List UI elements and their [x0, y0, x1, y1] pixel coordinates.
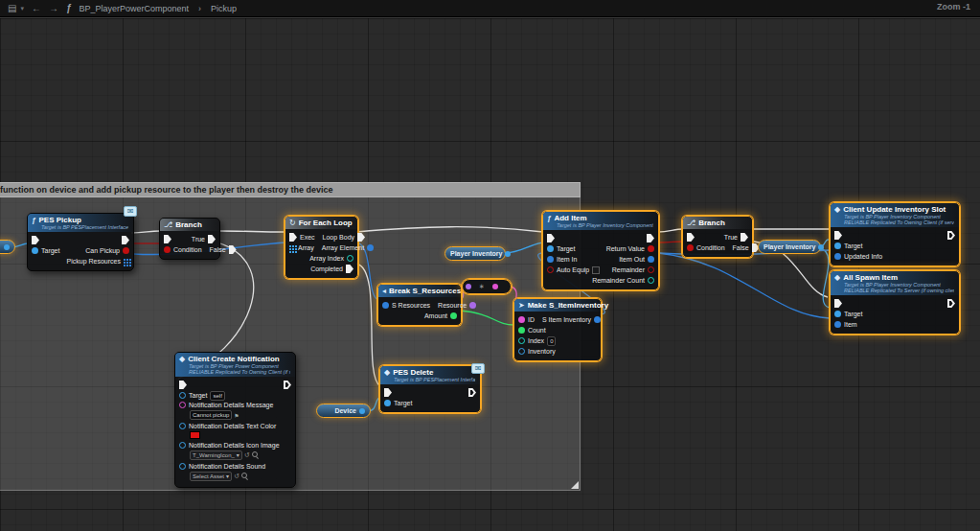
node-header: ƒ PES Pickup Target is BP PESPlacement I…: [28, 214, 133, 232]
sound-dropdown[interactable]: Select Asset ▾: [190, 472, 232, 481]
sound-pin[interactable]: [179, 463, 186, 470]
s-resources-pin[interactable]: [382, 302, 389, 309]
message-value-field[interactable]: Cannot pickup: [190, 410, 232, 420]
convert-in-pin[interactable]: [466, 284, 471, 289]
back-button[interactable]: ←: [32, 1, 41, 16]
target-pin[interactable]: [834, 242, 841, 249]
node-subtitle: Target is BP PESPlacement Interface: [32, 224, 128, 230]
auto-equip-checkbox[interactable]: [592, 266, 600, 274]
exec-in-pin[interactable]: [32, 236, 39, 244]
convert-out-pin[interactable]: [492, 284, 498, 289]
auto-equip-pin[interactable]: [547, 266, 554, 273]
condition-pin[interactable]: [687, 244, 694, 251]
exec-out-pin[interactable]: [947, 231, 955, 240]
pin-label: Remainder: [612, 266, 645, 273]
icon-image-pin[interactable]: [179, 442, 186, 449]
exec-in-pin[interactable]: [834, 299, 842, 308]
exec-in-pin[interactable]: [547, 234, 555, 242]
use-selected-icon[interactable]: ↺: [244, 451, 250, 459]
browse-asset-icon[interactable]: [252, 451, 260, 459]
node-subtitle: RELIABLE Replicated To Owning Client (if…: [834, 219, 954, 225]
count-pin[interactable]: [518, 327, 525, 334]
exec-in-pin[interactable]: [384, 388, 392, 397]
exec-out-pin[interactable]: [284, 381, 291, 389]
icon-image-dropdown[interactable]: T_WarningIcon_ ▾: [190, 450, 242, 460]
text-color-pin[interactable]: [179, 423, 186, 429]
bookmarks-caret-icon[interactable]: ▾: [20, 5, 24, 12]
message-pin[interactable]: [179, 402, 186, 408]
exec-out-pin[interactable]: [947, 299, 955, 308]
variable-pill-player-inventory-1[interactable]: Player Inventory: [444, 246, 506, 261]
node-branch-1[interactable]: ⎇ Branch True Condition False: [159, 218, 220, 260]
item-in-pin[interactable]: [547, 256, 554, 263]
node-for-each-loop[interactable]: ↻ For Each Loop Exec Loop Body Array Arr…: [285, 216, 358, 279]
use-selected-icon[interactable]: ↺: [234, 473, 239, 480]
item-pin[interactable]: [834, 321, 841, 328]
pickup-resources-array-pin[interactable]: [124, 259, 125, 261]
inventory-pin[interactable]: [518, 348, 525, 355]
return-value-pin[interactable]: [648, 245, 654, 252]
node-client-update-inventory-slot[interactable]: ◆ Client Update Inventory Slot Target is…: [830, 202, 960, 266]
node-convert[interactable]: ∗: [462, 279, 512, 294]
index-pin[interactable]: [518, 337, 525, 344]
comment-title[interactable]: function on device and add pickup resour…: [0, 182, 581, 197]
variable-pill-device[interactable]: Device: [316, 404, 371, 418]
can-pickup-pin[interactable]: [123, 247, 129, 254]
target-value-field[interactable]: self: [210, 391, 224, 401]
breadcrumb-parent[interactable]: BP_PlayerPowerComponent: [80, 4, 190, 13]
bookmarks-icon[interactable]: ▤: [8, 1, 16, 16]
false-exec-pin[interactable]: [229, 245, 237, 254]
exec-in-pin[interactable]: [834, 231, 842, 240]
breadcrumb-current[interactable]: Pickup: [211, 4, 237, 13]
node-pes-pickup[interactable]: ƒ PES Pickup Target is BP PESPlacement I…: [27, 213, 134, 271]
exec-out-pin[interactable]: [122, 236, 129, 244]
s-item-inventory-out-pin[interactable]: [594, 316, 601, 323]
forward-button[interactable]: →: [49, 1, 58, 16]
object-out-pin[interactable]: [818, 244, 824, 250]
item-out-pin[interactable]: [648, 256, 654, 263]
node-break-s-resources[interactable]: ◂ Break S_Resources S Resources Resource…: [377, 284, 462, 326]
id-pin[interactable]: [518, 316, 525, 323]
resource-pin[interactable]: [469, 302, 476, 309]
array-element-pin[interactable]: [367, 244, 374, 251]
variable-pill-player-inventory-2[interactable]: Player Inventory: [758, 240, 821, 254]
exec-in-pin[interactable]: [289, 233, 297, 242]
index-value-field[interactable]: 0: [547, 336, 556, 346]
true-exec-pin[interactable]: [208, 235, 216, 243]
amount-pin[interactable]: [450, 312, 457, 319]
blueprint-graph-canvas[interactable]: function on device and add pickup resour…: [0, 17, 980, 531]
exec-in-pin[interactable]: [687, 233, 695, 242]
remainder-pin[interactable]: [648, 266, 654, 273]
text-color-swatch[interactable]: [190, 431, 200, 439]
browse-asset-icon[interactable]: [241, 473, 249, 480]
loop-body-pin[interactable]: [357, 233, 365, 242]
target-pin[interactable]: [834, 311, 841, 317]
comment-resize-handle[interactable]: [571, 481, 579, 489]
pin-label: Target: [394, 400, 412, 406]
node-branch-2[interactable]: ⎇ Branch True Condition False: [682, 216, 753, 258]
localization-flag-icon[interactable]: ⚑: [234, 412, 239, 419]
target-pin[interactable]: [384, 400, 391, 406]
object-out-pin[interactable]: [359, 408, 365, 414]
completed-pin[interactable]: [346, 265, 353, 273]
node-add-item[interactable]: ƒ Add Item Target is BP Player Inventory…: [542, 211, 659, 290]
node-pes-delete[interactable]: ◆ PES Delete Target is BP PESPlacement I…: [379, 365, 481, 413]
exec-out-pin[interactable]: [468, 388, 476, 397]
true-exec-pin[interactable]: [741, 233, 748, 242]
target-pin[interactable]: [32, 247, 38, 254]
array-pin[interactable]: [289, 245, 291, 247]
node-all-spawn-item[interactable]: ◆ All Spawn Item Target is BP Player Inv…: [830, 270, 960, 335]
node-make-s-iteminventory[interactable]: ➤ Make S_ItemInventory ID S Item Invento…: [513, 298, 602, 361]
target-pin[interactable]: [179, 392, 186, 399]
exec-in-pin[interactable]: [164, 235, 171, 243]
exec-out-pin[interactable]: [647, 234, 654, 242]
target-pin[interactable]: [547, 245, 554, 252]
offscreen-variable-pill[interactable]: [0, 240, 15, 254]
node-client-create-notification[interactable]: ◆ Client Create Notification Target is B…: [174, 352, 296, 488]
condition-pin[interactable]: [164, 246, 171, 253]
object-pin[interactable]: [4, 244, 10, 250]
exec-in-pin[interactable]: [179, 381, 187, 389]
array-index-pin[interactable]: [347, 255, 353, 262]
remainder-count-pin[interactable]: [648, 277, 654, 284]
updated-info-pin[interactable]: [834, 253, 841, 260]
